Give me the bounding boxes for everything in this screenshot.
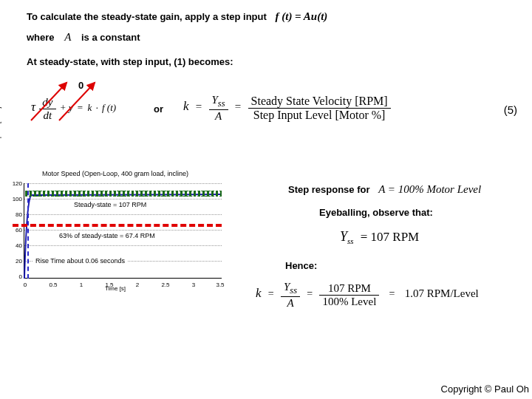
eyeball: Eyeballing, observe that: [319,207,433,218]
yss-107: Yss = 107 RPM [340,229,419,245]
chart: Motor Speed (Open-Loop, 400 gram load, i… [4,170,226,292]
Yss-num: Y [212,94,218,106]
ann-rise: Rise Time about 0.06 seconds [33,256,128,266]
zero: 0 [78,80,83,91]
plus: + [60,102,66,113]
ylabel: Motor Speed [RPM] [0,89,1,177]
A-100: A = 100% Motor Level [378,183,481,195]
is-constant: is a constant [81,32,140,43]
ft-eq: f (t) = Au(t) [275,10,327,22]
line2: where A is a constant [27,31,140,44]
hence: Hence: [285,260,317,271]
rise-time-line [27,183,29,279]
k: k [183,99,189,113]
result: 1.07 RPM/Level [405,287,479,299]
copyright: Copyright © Paul Oh [441,383,529,395]
slide: To calculate the steady-state gain, appl… [0,0,532,399]
chart-title: Motor Speed (Open-Loop, 400 gram load, i… [4,170,226,177]
ann-steady: Steady-state = 107 RPM [71,200,149,210]
eq2: = [235,100,241,112]
ann-63: 63% of steady-state = 67.4 RPM [56,231,158,241]
k: k [87,102,92,113]
steady-63-line [13,224,222,227]
eq5: k = Yss A = Steady State Velocity [RPM] … [183,94,391,122]
line1-text: To calculate the steady-state gain, appl… [27,11,267,22]
line1: To calculate the steady-state gain, appl… [27,10,327,23]
dot: · [95,102,98,113]
dy: dy [39,96,55,109]
y: y [69,102,73,113]
ft: f (t) [102,102,116,113]
ss-text-den: Step Input Level [Motor %] [248,109,391,122]
ss-text-num: Steady State Velocity [RPM] [248,95,391,109]
eq1: = [196,100,202,112]
step-resp: Step response for A = 100% Motor Level [288,183,481,196]
A-const: A [64,31,71,43]
dt: dt [39,109,55,122]
eq-cancelled: τ dy dt + y = k · f (t) [31,96,116,121]
final-eq: k = Yss A = 107 RPM 100% Level = 1.07 RP… [256,281,479,309]
or: or [154,103,163,115]
where: where [27,32,55,43]
A-den: A [209,110,228,123]
eq: = [78,102,83,113]
line3: At steady-state, with step input, (1) be… [27,56,233,67]
toler-band [25,191,222,197]
eq5-label: (5) [504,103,517,116]
tau: τ [31,100,35,114]
